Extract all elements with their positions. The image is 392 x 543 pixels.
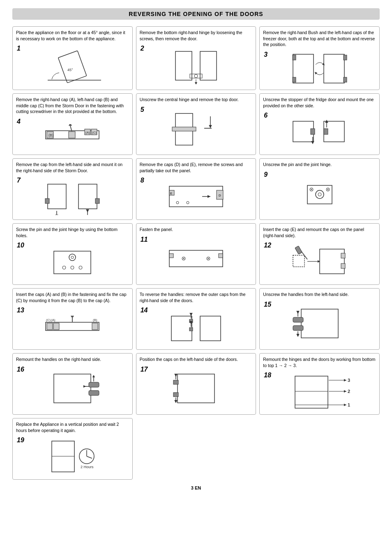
svg-rect-109 [173,393,178,397]
step-7-diagram: 7 [16,176,129,217]
step-10-text: Screw the pin and the joint hinge by usi… [16,226,129,238]
page-footer: 3 EN [12,485,380,490]
svg-text:2: 2 [348,389,350,394]
svg-rect-64 [169,250,223,267]
step-5-cell: Unscrew the central hinge and remove the… [136,93,256,155]
step-6-diagram: 6 [263,111,376,152]
svg-rect-30 [311,129,315,134]
svg-rect-96 [293,317,303,322]
step-8-num: 8 [141,177,144,184]
step-4-cell: Remove the right-hand cap (A), left-hand… [12,93,133,155]
svg-rect-95 [301,309,338,338]
svg-rect-4 [200,51,217,80]
step-15-text: Unscrew the handles from the left-hand s… [263,291,376,298]
step-2-cell: Remove the bottom right-hand hinge by lo… [136,26,256,90]
step-15-cell: Unscrew the handles from the left-hand s… [259,288,380,350]
step-6-cell: Unscrew the stopper of the fridge door a… [259,93,380,155]
step-12-cell: Insert the cap (E) and remount the caps … [259,223,380,285]
svg-rect-86 [92,323,98,330]
svg-rect-35 [48,184,66,209]
svg-text:2 Hours: 2 Hours [81,465,94,469]
step-9-num: 9 [264,171,267,178]
svg-rect-102 [89,390,99,395]
svg-rect-107 [178,374,214,403]
step-12-text: Insert the cap (E) and remount the caps … [263,226,376,238]
step-16-cell: Remount the handles on the right-hand si… [12,353,133,415]
step-11-text: Fasten the panel. [140,226,253,233]
step-17-cell: Position the caps on the left-hand side … [136,353,256,415]
step-4-num: 4 [17,118,21,125]
svg-rect-84 [47,323,53,330]
svg-text:45°: 45° [67,68,73,72]
svg-rect-37 [78,184,97,209]
svg-point-46 [176,201,179,204]
svg-point-63 [79,266,82,269]
svg-point-62 [71,266,74,269]
svg-point-59 [69,254,76,261]
step-14-cell: To reverse the handles: remove the outer… [136,288,256,350]
step-3-num: 3 [264,51,267,58]
svg-text:E: E [170,192,172,195]
step-13-num: 13 [17,307,24,314]
svg-rect-11 [324,54,344,83]
svg-marker-23 [69,124,72,126]
step-5-text: Unscrew the central hinge and remove the… [140,97,253,103]
step-13-cell: Insert the caps (A) and (B) in the faste… [12,288,133,350]
svg-point-6 [194,74,198,78]
svg-rect-9 [293,55,296,60]
step-13-diagram: 13 (C) (A) (B) [16,306,129,347]
svg-rect-12 [344,55,347,60]
svg-rect-77 [341,253,345,258]
step-4-text: Remove the right-hand cap (A), left-hand… [16,97,129,115]
svg-rect-74 [295,246,302,254]
svg-rect-78 [341,263,345,268]
step-4-diagram: 4 (B) (A) (C) [16,117,129,152]
step-11-cell: Fasten the panel. 11 [136,223,256,285]
step-17-num: 17 [141,366,148,373]
svg-marker-104 [92,375,95,377]
svg-rect-3 [175,51,192,80]
svg-rect-13 [344,77,347,82]
svg-rect-38 [95,199,99,203]
step-6-num: 6 [264,112,267,119]
svg-text:(A): (A) [85,131,90,134]
svg-text:D: D [219,194,221,197]
step-1-num: 1 [17,45,21,52]
step-6-text: Unscrew the stopper of the fridge door a… [263,97,376,109]
step-1-diagram: 1 45° [16,44,129,87]
step-8-cell: Remove the caps (D) and (E), remove the … [136,158,256,220]
step-5-diagram: 5 [140,105,253,152]
svg-point-60 [71,256,74,259]
svg-rect-101 [89,382,99,387]
svg-rect-25 [175,131,193,145]
svg-rect-76 [320,249,344,274]
svg-rect-26 [172,127,196,131]
step-17-text: Position the caps on the left-hand side … [140,356,253,363]
step-1-cell: Place the appliance on the floor or at a… [12,26,133,90]
svg-rect-90 [200,316,221,341]
step-3-text: Remove the right-hand Bush and the left-… [263,30,376,48]
svg-text:(C): (C) [46,318,51,322]
step-8-text: Remove the caps (D) and (E), remove the … [140,162,253,173]
step-11-num: 11 [141,236,148,243]
step-7-cell: Remove the cap from the left-hand side a… [12,158,133,220]
svg-point-61 [62,266,66,269]
svg-rect-32 [324,129,328,134]
step-16-diagram: 16 [16,365,129,412]
step-11-diagram: 11 [140,235,253,282]
step-14-num: 14 [141,307,148,314]
svg-marker-88 [71,316,74,317]
step-18-diagram: 18 3 2 1 [263,371,376,412]
svg-point-51 [318,193,321,196]
svg-rect-58 [54,251,91,274]
svg-text:(C): (C) [92,131,97,134]
step-14-text: To reverse the handles: remove the outer… [140,291,253,303]
step-10-diagram: 10 [16,241,129,282]
svg-rect-17 [69,132,75,138]
step-3-diagram: 3 [263,50,376,87]
step-7-text: Remove the cap from the left-hand side a… [16,162,129,173]
step-13-text: Insert the caps (A) and (B) in the faste… [16,291,129,303]
svg-text:3: 3 [348,378,350,383]
step-9-text: Unscrew the pin and the joint hinge. [263,162,376,168]
step-7-num: 7 [17,177,21,184]
